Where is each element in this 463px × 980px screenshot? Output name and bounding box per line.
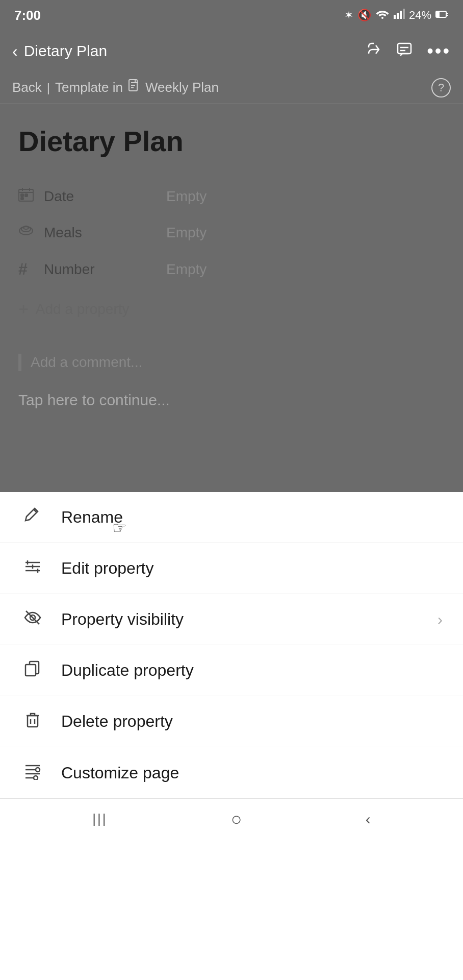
- svg-rect-17: [21, 194, 23, 197]
- rename-icon: [20, 506, 45, 529]
- chevron-right-icon: ›: [438, 611, 443, 628]
- duplicate-property-menu-item[interactable]: Duplicate property: [0, 645, 463, 696]
- svg-rect-31: [25, 665, 36, 676]
- delete-icon: [20, 710, 45, 733]
- wifi-icon: [375, 9, 390, 22]
- customize-page-menu-item[interactable]: Customize page: [0, 747, 463, 798]
- breadcrumb-help-button[interactable]: ?: [431, 78, 451, 97]
- tap-continue[interactable]: Tap here to continue...: [18, 376, 445, 424]
- android-home-icon[interactable]: ○: [231, 808, 242, 830]
- svg-rect-19: [21, 198, 23, 200]
- status-icons: ✶ 🔇 24%: [344, 9, 449, 22]
- properties-list: Date Empty Meals Empty # Number Empty: [18, 178, 445, 288]
- svg-rect-4: [403, 9, 405, 19]
- edit-property-label: Edit property: [61, 559, 443, 578]
- property-visibility-label: Property visibility: [61, 610, 421, 629]
- help-icon: ?: [438, 81, 444, 94]
- duplicate-property-label: Duplicate property: [61, 661, 443, 680]
- number-icon: #: [18, 260, 44, 279]
- page-title: Dietary Plan: [18, 125, 445, 158]
- svg-point-40: [34, 776, 38, 780]
- comment-cursor-icon: [18, 354, 21, 371]
- share-icon[interactable]: [366, 41, 382, 61]
- comment-area[interactable]: Add a comment...: [18, 338, 445, 376]
- breadcrumb: Back | Template in Weekly Plan ?: [0, 71, 463, 104]
- svg-rect-3: [400, 11, 402, 19]
- battery-icon: [435, 9, 449, 22]
- number-label: Number: [44, 261, 166, 278]
- signal-icon: [394, 9, 405, 22]
- svg-rect-1: [394, 15, 396, 19]
- edit-property-icon: [20, 557, 45, 580]
- breadcrumb-back-button[interactable]: Back: [12, 80, 42, 95]
- property-visibility-menu-item[interactable]: Property visibility ›: [0, 594, 463, 645]
- svg-rect-32: [28, 716, 38, 727]
- breadcrumb-page-name[interactable]: Weekly Plan: [145, 80, 219, 95]
- top-nav-left: ‹ Dietary Plan: [12, 42, 107, 61]
- android-back-icon[interactable]: ‹: [366, 811, 371, 828]
- comment-placeholder: Add a comment...: [31, 354, 142, 371]
- svg-point-0: [381, 17, 383, 19]
- android-nav-bar: ||| ○ ‹: [0, 798, 463, 839]
- visibility-icon: [20, 608, 45, 631]
- svg-rect-18: [25, 194, 28, 197]
- delete-property-menu-item[interactable]: Delete property: [0, 696, 463, 747]
- svg-point-20: [19, 227, 33, 235]
- comment-icon[interactable]: [396, 41, 413, 61]
- status-bar: 7:00 ✶ 🔇 24%: [0, 0, 463, 31]
- status-time: 7:00: [14, 8, 41, 23]
- svg-point-39: [36, 768, 40, 772]
- add-property-label: Add a property: [36, 301, 130, 317]
- mute-icon: 🔇: [357, 9, 371, 22]
- svg-point-22: [23, 226, 29, 229]
- bluetooth-icon: ✶: [344, 9, 353, 22]
- duplicate-icon: [20, 659, 45, 682]
- breadcrumb-template-in: Template in: [55, 80, 123, 95]
- cursor-hand: ☞: [112, 518, 127, 537]
- property-number-row[interactable]: # Number Empty: [18, 251, 445, 288]
- property-meals-row[interactable]: Meals Empty: [18, 214, 445, 251]
- calendar-icon: [18, 187, 44, 205]
- date-value: Empty: [166, 188, 207, 205]
- more-icon[interactable]: •••: [427, 40, 451, 62]
- main-content: Dietary Plan Date Empty: [0, 104, 463, 492]
- top-nav-right: •••: [366, 40, 451, 62]
- rename-menu-item[interactable]: Rename ☞: [0, 492, 463, 543]
- svg-rect-2: [397, 13, 399, 19]
- top-nav: ‹ Dietary Plan •••: [0, 31, 463, 71]
- meals-value: Empty: [166, 225, 207, 241]
- edit-property-menu-item[interactable]: Edit property: [0, 543, 463, 594]
- meals-label: Meals: [44, 225, 166, 241]
- svg-rect-8: [436, 12, 439, 17]
- battery-percent: 24%: [409, 9, 431, 22]
- svg-rect-9: [398, 43, 411, 54]
- android-menu-icon[interactable]: |||: [92, 811, 107, 827]
- customize-icon: [20, 762, 45, 784]
- property-date-row[interactable]: Date Empty: [18, 178, 445, 214]
- breadcrumb-separator: |: [47, 81, 50, 95]
- number-value: Empty: [166, 261, 207, 278]
- top-nav-title: Dietary Plan: [24, 42, 107, 60]
- bottom-sheet: Rename ☞ Edit property Property vi: [0, 492, 463, 798]
- date-label: Date: [44, 188, 166, 205]
- delete-property-label: Delete property: [61, 712, 443, 731]
- page-doc-icon: [128, 79, 140, 96]
- meals-icon: [18, 224, 44, 241]
- add-property-button[interactable]: + Add a property: [18, 290, 445, 328]
- customize-page-label: Customize page: [61, 764, 443, 782]
- add-icon: +: [18, 299, 29, 319]
- back-button[interactable]: ‹: [12, 42, 18, 61]
